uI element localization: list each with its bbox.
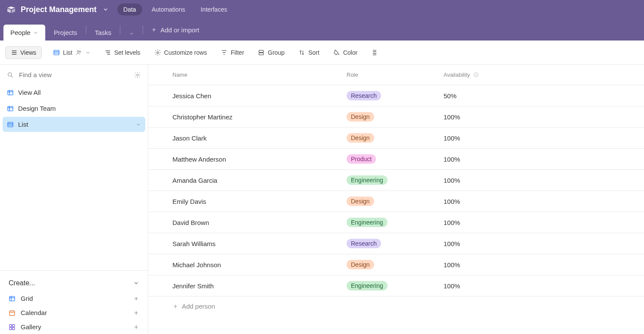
current-view-switcher[interactable]: List [50,47,93,59]
role-pill: Research [347,239,381,248]
create-section: Create... Grid Calendar [0,270,148,334]
plus-icon[interactable] [133,296,139,302]
add-or-import-button[interactable]: Add or import [145,22,205,38]
table-row[interactable]: Christopher MartinezDesign100% [148,106,644,128]
table-tabs: People Projects Tasks Add or import [0,19,644,41]
nav-automations[interactable]: Automations [146,3,191,16]
grid-view-icon [9,295,16,302]
view-sidebar: View All Design Team List Create... [0,65,148,334]
search-input[interactable] [18,71,130,79]
create-item-label: Calendar [21,309,47,316]
table-row[interactable]: Jessica ChenResearch50% [148,85,644,106]
svg-rect-9 [8,90,13,95]
cell-role: Engineering [347,175,444,185]
chevron-down-icon[interactable] [103,6,109,12]
table-row[interactable]: Michael JohnsonDesign100% [148,254,644,275]
view-item-design-team[interactable]: Design Team [3,101,145,116]
create-header[interactable]: Create... [4,277,144,291]
calendar-icon [9,309,16,316]
tab-tasks[interactable]: Tasks [88,25,118,41]
list-view-icon [53,49,60,56]
filter-label: Filter [231,49,244,56]
svg-rect-13 [9,311,15,315]
create-item-label: Gallery [21,323,41,331]
nav-interfaces[interactable]: Interfaces [194,3,233,16]
data-list: Name Role Availability Jessica ChenResea… [148,65,644,334]
cell-name: David Brown [148,219,347,226]
grid-view-icon [7,105,14,112]
view-item-view-all[interactable]: View All [3,85,145,100]
cell-role: Engineering [347,281,444,290]
list-header: Name Role Availability [148,65,644,85]
sort-icon [298,49,305,56]
tab-people[interactable]: People [3,25,45,41]
create-gallery[interactable]: Gallery [4,320,144,334]
chevron-down-icon [33,30,38,35]
view-label: View All [18,89,41,96]
nav-data[interactable]: Data [117,3,142,16]
info-icon [473,72,479,78]
create-grid[interactable]: Grid [4,291,144,306]
create-calendar[interactable]: Calendar [4,306,144,320]
table-row[interactable]: Amanda GarciaEngineering100% [148,170,644,191]
create-label: Create... [9,279,35,287]
table-row[interactable]: David BrownEngineering100% [148,212,644,233]
plus-icon[interactable] [133,324,139,330]
col-name-header[interactable]: Name [148,72,347,78]
paint-bucket-icon [333,49,340,56]
col-availability-label: Availability [444,72,470,78]
gear-icon[interactable] [134,72,141,78]
color-button[interactable]: Color [331,47,360,59]
svg-rect-17 [13,327,15,329]
app-title[interactable]: Project Management [21,5,97,14]
gear-icon [154,49,161,56]
group-icon [258,49,265,56]
view-toolbar: Views List Set levels Customize rows Fil… [0,41,644,65]
cell-role: Product [347,154,444,164]
cell-availability: 100% [444,261,644,268]
view-label: Design Team [18,105,56,112]
cell-name: Jason Clark [148,134,347,142]
cell-name: Sarah Williams [148,240,347,247]
role-pill: Product [347,154,376,164]
cell-role: Design [347,112,444,122]
role-pill: Engineering [347,218,388,227]
chevron-down-icon [85,50,91,55]
col-role-header[interactable]: Role [347,72,444,78]
table-row[interactable]: Jason ClarkDesign100% [148,128,644,149]
col-availability-header[interactable]: Availability [444,72,644,78]
table-row[interactable]: Jennifer SmithEngineering100% [148,275,644,297]
table-row[interactable]: Sarah WilliamsResearch100% [148,233,644,254]
sort-button[interactable]: Sort [296,47,322,59]
row-height-button[interactable] [369,47,381,59]
tab-projects[interactable]: Projects [47,25,84,41]
menu-icon [11,49,18,56]
table-row[interactable]: Emily DavisDesign100% [148,191,644,212]
view-item-list[interactable]: List [3,117,145,132]
group-button[interactable]: Group [255,47,287,59]
cell-role: Design [347,197,444,206]
cell-availability: 100% [444,198,644,205]
cell-availability: 100% [444,177,644,184]
svg-rect-14 [9,325,12,327]
set-levels-button[interactable]: Set levels [102,47,143,59]
main-area: View All Design Team List Create... [0,65,644,334]
plus-icon[interactable] [133,310,139,316]
customize-rows-button[interactable]: Customize rows [152,47,210,59]
role-pill: Engineering [347,281,388,290]
cell-availability: 50% [444,92,644,100]
cell-availability: 100% [444,240,644,247]
chevron-down-icon[interactable] [136,122,141,127]
cell-availability: 100% [444,156,644,163]
cell-availability: 100% [444,282,644,290]
tab-dropdown[interactable] [122,27,141,41]
list-view-icon [7,121,14,128]
cell-name: Michael Johnson [148,261,347,268]
role-pill: Design [347,133,374,143]
filter-button[interactable]: Filter [218,47,247,59]
add-person-button[interactable]: Add person [148,297,644,316]
table-row[interactable]: Matthew AndersonProduct100% [148,149,644,170]
views-button[interactable]: Views [5,46,42,59]
cell-role: Design [347,133,444,143]
role-pill: Design [347,197,374,206]
